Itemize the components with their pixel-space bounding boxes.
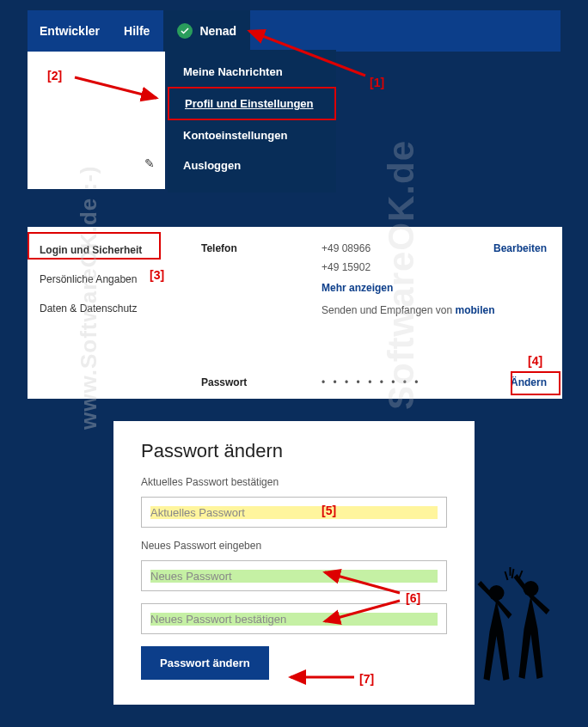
svg-line-3 xyxy=(75,77,156,98)
nav-developer[interactable]: Entwickler xyxy=(28,24,112,38)
redbox-aendern xyxy=(511,371,560,395)
svg-line-1 xyxy=(249,31,365,76)
password-change-form: Passwort ändern Aktuelles Passwort bestä… xyxy=(113,421,475,705)
arrow-7 xyxy=(285,669,358,686)
mobile-link[interactable]: mobilen xyxy=(455,304,494,316)
annotation-5: [5] xyxy=(322,504,336,517)
redbox-login xyxy=(28,232,161,260)
user-name: Nenad xyxy=(199,24,236,38)
menu-account-settings[interactable]: Kontoeinstellungen xyxy=(168,120,336,150)
arrow-2 xyxy=(70,70,165,105)
sidebar-privacy[interactable]: Daten & Datenschutz xyxy=(28,294,181,323)
phone-label: Telefon xyxy=(201,242,322,316)
svg-line-7 xyxy=(325,601,400,621)
annotation-7: [7] xyxy=(359,672,374,686)
password-masked: • • • • • • • • • xyxy=(322,376,511,388)
svg-line-5 xyxy=(325,572,400,593)
submit-password-button[interactable]: Passwort ändern xyxy=(141,646,269,680)
arrow-1 xyxy=(241,24,370,84)
nav-help[interactable]: Hilfe xyxy=(112,24,162,38)
new-pw-label: Neues Passwort eingeben xyxy=(141,540,447,552)
password-label: Passwort xyxy=(201,376,322,388)
avatar-icon xyxy=(177,23,193,39)
pencil-icon[interactable]: ✎ xyxy=(144,156,155,170)
user-dropdown-trigger[interactable]: Nenad xyxy=(163,10,250,52)
menu-logout[interactable]: Ausloggen xyxy=(168,150,336,180)
arrow-6a xyxy=(318,567,404,597)
annotation-6: [6] xyxy=(406,591,420,605)
annotation-1: [1] xyxy=(370,76,384,89)
annotation-4: [4] xyxy=(528,354,542,368)
form-title: Passwort ändern xyxy=(141,440,447,462)
settings-body: Bearbeiten Telefon +49 08966 +49 15902 M… xyxy=(181,227,562,399)
current-password-input[interactable] xyxy=(141,497,447,528)
show-more-link[interactable]: Mehr anzeigen xyxy=(322,282,545,294)
send-receive-text: Senden und Empfangen von xyxy=(322,304,455,316)
phone-value-2: +49 15902 xyxy=(322,261,545,273)
menu-profile-settings[interactable]: Profil und Einstellungen xyxy=(168,87,336,120)
dancing-figures-icon xyxy=(469,567,559,696)
annotation-3: [3] xyxy=(150,268,164,282)
arrow-6b xyxy=(318,597,404,627)
current-pw-label: Aktuelles Passwort bestätigen xyxy=(141,476,447,488)
edit-phone-link[interactable]: Bearbeiten xyxy=(493,242,547,254)
annotation-2: [2] xyxy=(47,69,62,82)
